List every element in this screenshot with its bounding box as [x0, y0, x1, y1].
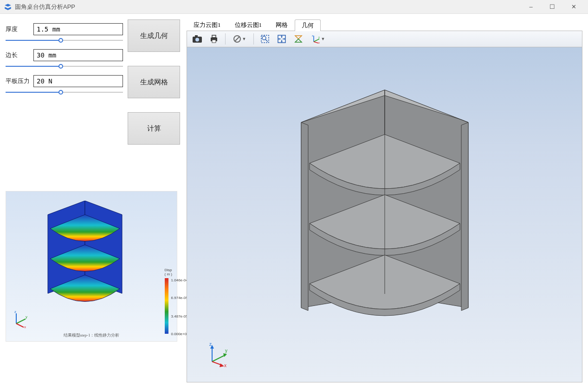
parameter-panel: 厚度 边长 平板压力 [6, 19, 180, 145]
thickness-input[interactable] [33, 23, 123, 35]
app-icon [4, 3, 12, 11]
camera-icon[interactable] [190, 32, 205, 45]
fit-icon[interactable] [274, 32, 289, 45]
svg-line-36 [212, 355, 225, 362]
maximize-button[interactable]: ☐ [542, 0, 563, 14]
title-bar: 圆角桌台仿真分析APP – ☐ ✕ [0, 0, 588, 14]
viewer-triad-icon: z y x [206, 342, 231, 367]
svg-line-6 [16, 324, 24, 327]
preview-triad-icon: z y x [12, 310, 30, 328]
viewer-panel: 应力云图1 位移云图1 网格 几何 ▼ [187, 19, 582, 382]
thickness-slider[interactable] [6, 38, 123, 43]
window-title: 圆角桌台仿真分析APP [15, 3, 75, 11]
generate-mesh-button[interactable]: 生成网格 [128, 66, 180, 98]
tab-geometry[interactable]: 几何 [295, 19, 321, 31]
edge-slider[interactable] [6, 64, 123, 69]
edge-label: 边长 [6, 51, 33, 59]
svg-text:x: x [24, 325, 26, 328]
legend-tick: 1.046e-04 [171, 278, 188, 282]
svg-rect-13 [212, 40, 216, 43]
force-input[interactable] [33, 75, 123, 87]
force-slider[interactable] [6, 90, 123, 95]
svg-text:x: x [318, 41, 320, 44]
svg-point-9 [195, 38, 199, 42]
tab-mesh[interactable]: 网格 [269, 19, 295, 31]
svg-rect-10 [195, 35, 198, 37]
viewer-canvas[interactable]: z y x [187, 47, 582, 382]
svg-line-4 [16, 319, 26, 324]
app-body: 厚度 边长 平板压力 [0, 14, 588, 388]
axes-icon[interactable]: z y x ▼ [308, 32, 328, 45]
svg-text:x: x [224, 363, 226, 367]
print-icon[interactable] [207, 32, 221, 45]
svg-line-24 [314, 42, 318, 43]
svg-marker-31 [461, 122, 468, 311]
generate-geometry-button[interactable]: 生成几何 [128, 19, 180, 52]
svg-marker-37 [223, 353, 227, 357]
thickness-label: 厚度 [6, 25, 33, 33]
svg-text:y: y [318, 36, 320, 38]
viewer-toolbar: ▼ z y x ▼ [187, 31, 582, 47]
tab-displacement[interactable]: 位移云图1 [228, 19, 269, 31]
force-label: 平板压力 [6, 77, 33, 85]
left-panel: 厚度 边长 平板压力 [6, 19, 180, 382]
svg-text:z: z [14, 310, 16, 314]
svg-text:y: y [26, 315, 27, 319]
svg-line-15 [235, 37, 239, 41]
close-button[interactable]: ✕ [563, 0, 584, 14]
preview-caption: 结果模型step-1：线性静力分析 [6, 332, 177, 338]
svg-text:y: y [225, 348, 227, 353]
svg-marker-40 [220, 363, 224, 367]
geometry-model [283, 81, 487, 322]
legend-title: Disp ( m ) [165, 268, 172, 276]
disable-icon[interactable]: ▼ [229, 32, 250, 45]
svg-line-18 [265, 39, 268, 42]
result-preview: Disp ( m ) 1.046e-04 6.974e-05 3.487e-05… [6, 191, 177, 342]
minimize-button[interactable]: – [520, 0, 542, 14]
preview-legend: Disp ( m ) 1.046e-04 6.974e-05 3.487e-05… [165, 268, 172, 334]
viewer-tabs: 应力云图1 位移云图1 网格 几何 [187, 19, 582, 31]
svg-point-17 [262, 36, 266, 40]
tab-stress[interactable]: 应力云图1 [187, 19, 228, 31]
svg-rect-12 [212, 35, 216, 38]
svg-marker-30 [301, 122, 308, 311]
preview-model [39, 201, 131, 307]
legend-tick: 6.974e-05 [171, 296, 188, 300]
svg-text:z: z [209, 342, 212, 347]
compute-button[interactable]: 计算 [128, 112, 180, 145]
hourglass-icon[interactable] [291, 32, 306, 45]
select-rect-icon[interactable] [258, 32, 272, 45]
svg-text:z: z [312, 34, 313, 37]
legend-tick: 3.487e-05 [171, 314, 188, 318]
edge-input[interactable] [33, 49, 123, 61]
